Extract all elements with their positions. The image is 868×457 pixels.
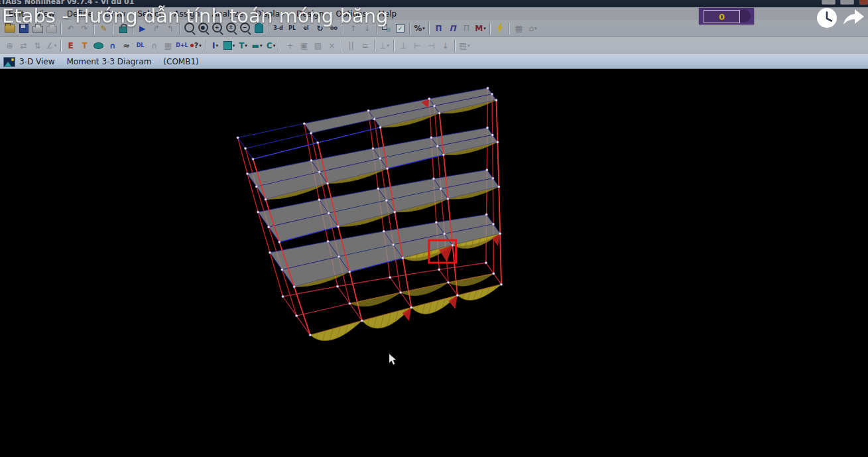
- counter-widget: 0: [699, 8, 754, 25]
- show-frame-diagram-icon: ∩: [151, 42, 157, 50]
- toolbar-separator: [393, 40, 395, 52]
- draw-area-object[interactable]: [92, 39, 105, 52]
- snap-edges[interactable]: ▨: [311, 39, 325, 52]
- show-loads[interactable]: DL: [133, 39, 147, 52]
- view-combo-title: (COMB1): [163, 57, 198, 66]
- counter-value: 0: [719, 12, 725, 22]
- assign-frame-icon: ⊢: [414, 42, 420, 50]
- design-tools-icon: ⌂: [528, 25, 534, 33]
- toolbar-display: ⊕⇄⇅∠▾ET∩≈DL∩▦D+L▾I▾▾T▾▬▾C▾+▣▨×||≡⊥▾⊥⊢⊣↓▤…: [0, 37, 868, 54]
- app-maximize-button[interactable]: [840, 0, 854, 5]
- screen: ETABS Nonlinear v9.7.4 - Vi du 01 EditVi…: [0, 0, 868, 457]
- display-options-percent[interactable]: %▾: [412, 22, 426, 35]
- show-frame-diagram[interactable]: ∩: [147, 39, 161, 52]
- toolbar-separator: [205, 40, 206, 52]
- show-deformed-shape[interactable]: ∩: [105, 39, 119, 52]
- app-close-button[interactable]: [859, 0, 868, 5]
- run-analysis[interactable]: [493, 22, 507, 35]
- design-tools[interactable]: ⌂▾: [526, 22, 540, 35]
- wall-section-icon: C: [267, 42, 273, 50]
- set-object-options[interactable]: [393, 22, 407, 35]
- assign-supports-icon: ⊥: [379, 42, 386, 50]
- toolbar-separator: [454, 40, 456, 52]
- align-object-icon: ∠: [46, 42, 54, 50]
- show-tables[interactable]: ▦: [161, 39, 175, 52]
- assign-area[interactable]: ⊣: [424, 39, 438, 52]
- wall-section[interactable]: C▾: [264, 39, 278, 52]
- show-tables-icon: ▦: [164, 42, 172, 50]
- toolbar-separator: [428, 23, 430, 34]
- assign-supports[interactable]: ⊥▾: [377, 39, 391, 52]
- query-object[interactable]: ▾: [189, 39, 203, 52]
- snap-intersections[interactable]: ×: [325, 39, 339, 52]
- assign-load[interactable]: ↓: [438, 39, 452, 52]
- split-view-horizontal[interactable]: ||: [344, 39, 358, 52]
- reshape-object[interactable]: ⊕: [3, 39, 17, 52]
- toolbar-separator: [374, 40, 375, 52]
- query-object-icon: [190, 41, 198, 50]
- assign-joint-icon: ⊥: [400, 42, 406, 50]
- split-view-vertical[interactable]: ≡: [358, 39, 372, 52]
- mirror-object[interactable]: ⇄: [17, 39, 31, 52]
- deck-section-icon: ▬: [252, 42, 259, 50]
- moment-frame[interactable]: M▾: [473, 22, 487, 35]
- show-load-combos[interactable]: D+L: [175, 39, 189, 52]
- toolbar-separator: [489, 23, 491, 34]
- assign-area-icon: ⊣: [428, 42, 434, 50]
- show-labels[interactable]: T: [78, 39, 92, 52]
- assign-load-icon: ↓: [442, 42, 448, 50]
- tee-section[interactable]: T▾: [236, 39, 250, 52]
- snap-grid[interactable]: ▣: [297, 39, 311, 52]
- deck-section[interactable]: ▬▾: [250, 39, 264, 52]
- run-analysis-icon: [496, 23, 503, 34]
- replicate-object-icon: ⇅: [34, 42, 40, 50]
- lock-model-icon: [119, 27, 127, 33]
- mirror-object-icon: ⇄: [20, 42, 27, 50]
- 3d-viewport[interactable]: [0, 69, 868, 457]
- snap-grid-icon: ▣: [300, 42, 308, 50]
- frame-braced[interactable]: Π: [460, 22, 473, 35]
- show-deformed-shape-icon: ∩: [109, 42, 116, 50]
- show-design-charts-icon: ▦: [515, 25, 523, 33]
- snap-intersections-icon: ×: [328, 42, 335, 50]
- toolbar-separator: [280, 40, 281, 52]
- edit-properties[interactable]: E: [64, 39, 78, 52]
- view-diagram-title: Moment 3-3 Diagram: [67, 57, 152, 66]
- watch-later-icon[interactable]: [815, 6, 839, 30]
- toolbar-separator: [509, 23, 510, 34]
- replicate-object[interactable]: ⇅: [31, 39, 44, 52]
- split-view-horizontal-icon: ||: [348, 42, 353, 50]
- mouse-cursor: [389, 354, 396, 365]
- split-view-vertical-icon: ≡: [361, 42, 368, 50]
- 3d-view-window-icon: [3, 57, 15, 67]
- frame-portal-icon: Π: [435, 25, 442, 33]
- frame-slanted-icon: Π: [449, 25, 456, 33]
- snap-edges-icon: ▨: [314, 42, 322, 50]
- toolbar-separator: [341, 40, 342, 52]
- frame-braced-icon: Π: [464, 25, 469, 33]
- tee-section-icon: T: [239, 42, 244, 50]
- assign-frame[interactable]: ⊢: [410, 39, 424, 52]
- snap-points[interactable]: +: [283, 39, 297, 52]
- video-title-overlay: Etabs - Hướng dẫn tính toán móng băng: [2, 5, 388, 27]
- area-section-icon: [223, 41, 232, 50]
- view-title: 3-D View: [19, 57, 55, 66]
- frame-section-i[interactable]: I▾: [208, 39, 222, 52]
- app-minimize-button[interactable]: [822, 0, 836, 5]
- assign-joint[interactable]: ⊥: [397, 39, 410, 52]
- design-combos-icon: ▤: [460, 42, 467, 50]
- design-combos[interactable]: ▤▾: [458, 39, 471, 52]
- show-design-charts[interactable]: ▦: [512, 22, 526, 35]
- area-section[interactable]: ▾: [222, 39, 236, 52]
- display-options-percent-icon: %: [414, 25, 422, 33]
- set-object-options-icon: [396, 24, 404, 33]
- edit-properties-icon: E: [68, 42, 73, 50]
- show-mode-shape[interactable]: ≈: [119, 39, 133, 52]
- share-icon[interactable]: [839, 5, 867, 29]
- align-object[interactable]: ∠▾: [44, 39, 58, 52]
- frame-portal[interactable]: Π: [432, 22, 446, 35]
- moment-frame-icon: M: [475, 25, 483, 33]
- show-mode-shape-icon: ≈: [123, 42, 129, 50]
- frame-slanted[interactable]: Π: [446, 22, 460, 35]
- draw-area-object-icon: [93, 42, 103, 49]
